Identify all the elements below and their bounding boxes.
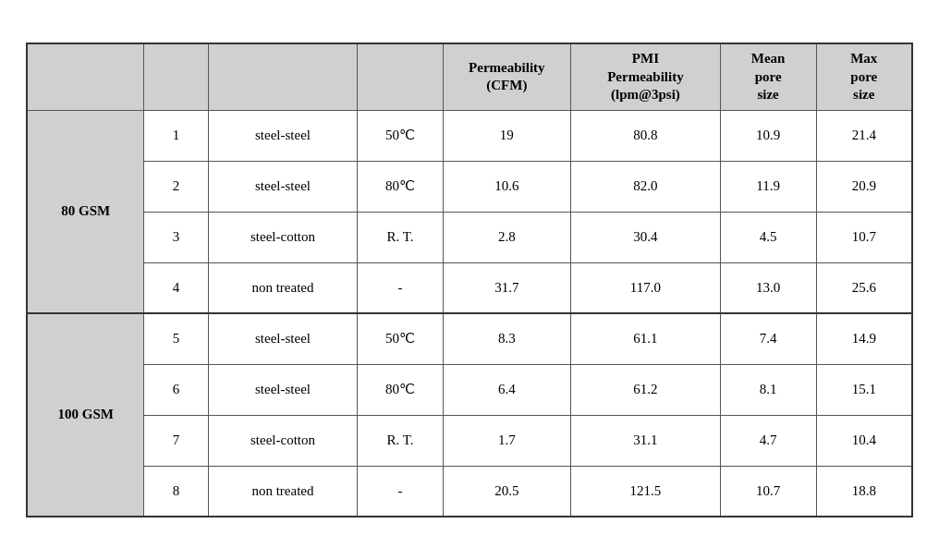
cell-temp: R. T. <box>358 212 443 262</box>
cell-max-pore: 20.9 <box>816 161 912 212</box>
header-group <box>27 43 144 110</box>
cell-permeability: 19 <box>443 110 571 161</box>
cell-calender: steel-steel <box>208 313 358 364</box>
cell-max-pore: 25.6 <box>816 262 912 313</box>
cell-mean-pore: 7.4 <box>720 313 816 364</box>
cell-calender: non treated <box>208 262 358 313</box>
header-no <box>144 43 208 110</box>
cell-max-pore: 15.1 <box>816 364 912 415</box>
data-table: Permeability(CFM) PMIPermeability(lpm@3p… <box>26 43 913 517</box>
cell-calender: steel-cotton <box>208 212 358 262</box>
cell-temp: - <box>358 466 443 517</box>
cell-max-pore: 18.8 <box>816 466 912 517</box>
cell-temp: 80℃ <box>358 161 443 212</box>
cell-max-pore: 10.7 <box>816 212 912 262</box>
cell-mean-pore: 11.9 <box>720 161 816 212</box>
cell-pmi: 117.0 <box>571 262 721 313</box>
cell-calender: steel-steel <box>208 110 358 161</box>
cell-max-pore: 21.4 <box>816 110 912 161</box>
cell-pmi: 61.2 <box>571 364 721 415</box>
cell-mean-pore: 10.9 <box>720 110 816 161</box>
cell-calender: steel-steel <box>208 364 358 415</box>
table-row: 100 GSM5steel-steel50℃8.361.17.414.9 <box>27 313 912 364</box>
cell-permeability: 8.3 <box>443 313 571 364</box>
cell-max-pore: 10.4 <box>816 415 912 466</box>
cell-permeability: 2.8 <box>443 212 571 262</box>
table-row: 80 GSM1steel-steel50℃1980.810.921.4 <box>27 110 912 161</box>
cell-permeability: 6.4 <box>443 364 571 415</box>
cell-pmi: 121.5 <box>571 466 721 517</box>
cell-permeability: 1.7 <box>443 415 571 466</box>
cell-no: 2 <box>144 161 208 212</box>
header-mean-pore: Meanporesize <box>720 43 816 110</box>
cell-temp: 50℃ <box>358 110 443 161</box>
cell-temp: R. T. <box>358 415 443 466</box>
group-label: 100 GSM <box>27 313 144 517</box>
cell-mean-pore: 4.7 <box>720 415 816 466</box>
header-max-pore: Maxporesize <box>816 43 912 110</box>
cell-no: 4 <box>144 262 208 313</box>
cell-pmi: 61.1 <box>571 313 721 364</box>
cell-mean-pore: 4.5 <box>720 212 816 262</box>
header-temp <box>358 43 443 110</box>
table-row: 6steel-steel80℃6.461.28.115.1 <box>27 364 912 415</box>
cell-calender: non treated <box>208 466 358 517</box>
cell-pmi: 82.0 <box>571 161 721 212</box>
header-permeability: Permeability(CFM) <box>443 43 571 110</box>
table-row: 3steel-cottonR. T.2.830.44.510.7 <box>27 212 912 262</box>
header-row: Permeability(CFM) PMIPermeability(lpm@3p… <box>27 43 912 110</box>
cell-permeability: 31.7 <box>443 262 571 313</box>
header-calender <box>208 43 358 110</box>
header-pmi: PMIPermeability(lpm@3psi) <box>571 43 721 110</box>
cell-no: 6 <box>144 364 208 415</box>
cell-pmi: 80.8 <box>571 110 721 161</box>
cell-pmi: 30.4 <box>571 212 721 262</box>
group-label: 80 GSM <box>27 110 144 313</box>
cell-temp: 50℃ <box>358 313 443 364</box>
cell-no: 7 <box>144 415 208 466</box>
cell-max-pore: 14.9 <box>816 313 912 364</box>
cell-no: 5 <box>144 313 208 364</box>
cell-temp: 80℃ <box>358 364 443 415</box>
cell-pmi: 31.1 <box>571 415 721 466</box>
cell-mean-pore: 13.0 <box>720 262 816 313</box>
cell-mean-pore: 8.1 <box>720 364 816 415</box>
table-row: 2steel-steel80℃10.682.011.920.9 <box>27 161 912 212</box>
cell-calender: steel-steel <box>208 161 358 212</box>
table-row: 8non treated-20.5121.510.718.8 <box>27 466 912 517</box>
table-row: 7steel-cottonR. T.1.731.14.710.4 <box>27 415 912 466</box>
cell-calender: steel-cotton <box>208 415 358 466</box>
table-wrapper: Permeability(CFM) PMIPermeability(lpm@3p… <box>26 43 913 517</box>
cell-permeability: 20.5 <box>443 466 571 517</box>
table-row: 4non treated-31.7117.013.025.6 <box>27 262 912 313</box>
cell-no: 8 <box>144 466 208 517</box>
cell-mean-pore: 10.7 <box>720 466 816 517</box>
cell-permeability: 10.6 <box>443 161 571 212</box>
cell-no: 3 <box>144 212 208 262</box>
cell-temp: - <box>358 262 443 313</box>
cell-no: 1 <box>144 110 208 161</box>
